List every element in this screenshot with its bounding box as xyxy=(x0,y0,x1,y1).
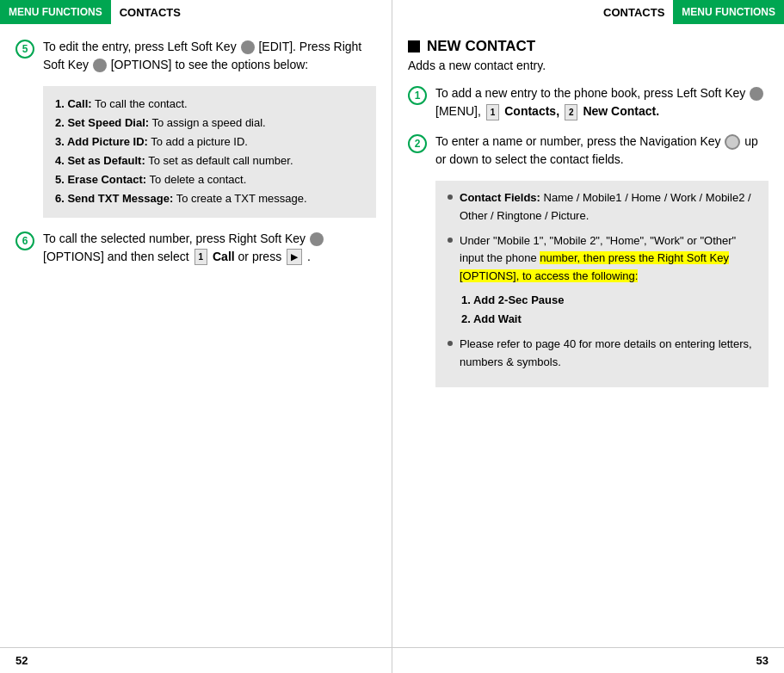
option-4: 4. Set as Default: To set as default cal… xyxy=(55,151,364,170)
option-3: 3. Add Picture ID: To add a picture ID. xyxy=(55,133,364,151)
right-menu-functions-label: MENU FUNCTIONS xyxy=(673,0,784,24)
bullet-box: Contact Fields: Name / Mobile1 / Home / … xyxy=(435,181,769,387)
highlighted-text: number, then press the Right Soft Key [O… xyxy=(460,251,729,282)
left-page-content: 5 To edit the entry, press Left Soft Key… xyxy=(0,24,392,647)
bullet-mobile-text: Under "Mobile 1", "Mobile 2", "Home", "W… xyxy=(460,232,756,330)
option-2: 2. Set Speed Dial: To assign a speed dia… xyxy=(55,114,364,133)
new-contact-title: NEW CONTACT xyxy=(427,38,535,55)
right-soft-key-icon xyxy=(93,59,107,72)
right-soft-key-icon-2 xyxy=(310,232,324,246)
option-1: 1. Call: To call the contact. xyxy=(55,95,364,114)
options-box: 1. Call: To call the contact. 2. Set Spe… xyxy=(43,86,376,218)
bullet-dot-3 xyxy=(448,341,453,346)
step6-item: 6 To call the selected number, press Rig… xyxy=(15,230,376,266)
right-header-bar: CONTACTS MENU FUNCTIONS xyxy=(392,0,784,24)
step6-text: To call the selected number, press Right… xyxy=(43,230,376,266)
black-square-icon xyxy=(408,40,420,52)
step5-circle: 5 xyxy=(15,40,34,59)
new-contact-title-row: NEW CONTACT xyxy=(408,38,769,55)
right-step1-text: To add a new entry to the phone book, pr… xyxy=(435,84,769,120)
step6-circle: 6 xyxy=(15,232,34,250)
left-page-number: 52 xyxy=(0,654,392,667)
step5-text: To edit the entry, press Left Soft Key [… xyxy=(43,38,376,74)
bullet-dot-2 xyxy=(448,238,453,243)
right-page-content: NEW CONTACT Adds a new contact entry. 1 … xyxy=(392,24,784,647)
left-menu-functions-label: MENU FUNCTIONS xyxy=(0,0,111,24)
numbered-item-2: 2. Add Wait xyxy=(461,310,756,329)
bullet-page40: Please refer to page 40 for more details… xyxy=(448,336,756,372)
bullet-dot-1 xyxy=(448,194,453,200)
num-badge-1: 1 xyxy=(194,249,208,265)
left-soft-key-icon xyxy=(241,40,255,54)
left-soft-key-icon-r xyxy=(750,87,763,101)
bullet-contact-fields-text: Contact Fields: Name / Mobile1 / Home / … xyxy=(460,189,756,225)
numbered-item-1: 1. Add 2-Sec Pause xyxy=(461,291,756,310)
bullet-page40-text: Please refer to page 40 for more details… xyxy=(460,336,756,372)
right-step1-circle: 1 xyxy=(408,86,427,105)
newcontact-badge: 2 xyxy=(565,104,578,120)
nav-key-icon xyxy=(725,134,740,150)
right-step2-text: To enter a name or number, press the Nav… xyxy=(435,133,769,169)
left-header-bar: MENU FUNCTIONS CONTACTS xyxy=(0,0,392,24)
bullet-contact-fields: Contact Fields: Name / Mobile1 / Home / … xyxy=(448,189,756,225)
right-page-footer: 53 xyxy=(392,647,784,673)
left-page-footer: 52 xyxy=(0,647,392,673)
right-step1-item: 1 To add a new entry to the phone book, … xyxy=(408,84,769,120)
right-contacts-label: CONTACTS xyxy=(595,0,673,24)
left-contacts-label: CONTACTS xyxy=(111,0,189,24)
right-step2-item: 2 To enter a name or number, press the N… xyxy=(408,133,769,169)
option-6: 6. Send TXT Message: To create a TXT mes… xyxy=(55,189,364,208)
option-5: 5. Erase Contact: To delete a contact. xyxy=(55,170,364,189)
step5-item: 5 To edit the entry, press Left Soft Key… xyxy=(15,38,376,74)
right-step2-circle: 2 xyxy=(408,134,427,153)
bullet-mobile: Under "Mobile 1", "Mobile 2", "Home", "W… xyxy=(448,232,756,330)
new-contact-subtitle: Adds a new contact entry. xyxy=(408,59,769,72)
right-page-number: 53 xyxy=(392,654,784,667)
call-icon-badge: ▶ xyxy=(287,249,302,265)
numbered-list: 1. Add 2-Sec Pause 2. Add Wait xyxy=(461,291,756,329)
contacts-badge: 1 xyxy=(486,104,500,120)
